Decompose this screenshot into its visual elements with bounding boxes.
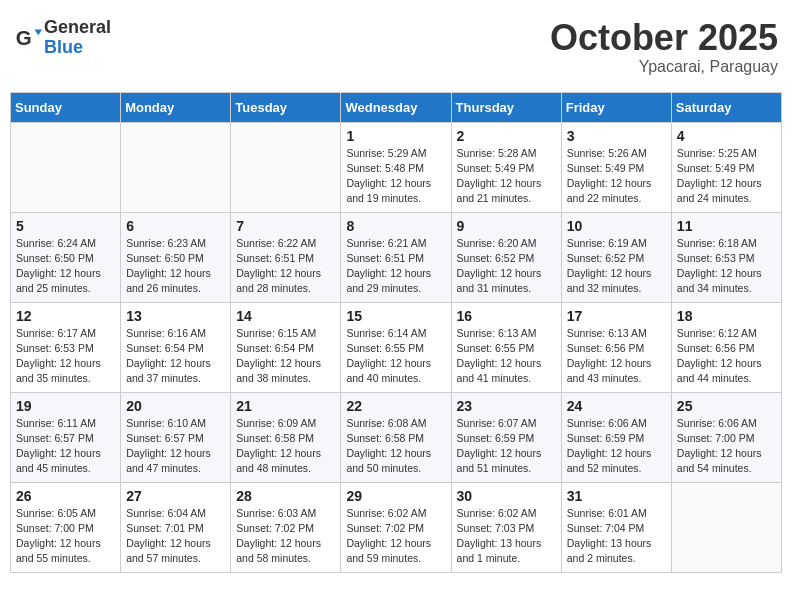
day-info: Sunrise: 6:22 AM Sunset: 6:51 PM Dayligh… <box>236 236 335 297</box>
weekday-header-sunday: Sunday <box>11 92 121 122</box>
day-number: 12 <box>16 308 115 324</box>
calendar-cell: 5Sunrise: 6:24 AM Sunset: 6:50 PM Daylig… <box>11 212 121 302</box>
calendar-cell: 15Sunrise: 6:14 AM Sunset: 6:55 PM Dayli… <box>341 302 451 392</box>
calendar-cell: 19Sunrise: 6:11 AM Sunset: 6:57 PM Dayli… <box>11 392 121 482</box>
page-header: G General Blue October 2025 Ypacarai, Pa… <box>10 10 782 84</box>
day-number: 15 <box>346 308 445 324</box>
day-number: 23 <box>457 398 556 414</box>
day-number: 30 <box>457 488 556 504</box>
day-number: 11 <box>677 218 776 234</box>
day-number: 28 <box>236 488 335 504</box>
month-title: October 2025 <box>550 18 778 58</box>
day-info: Sunrise: 6:20 AM Sunset: 6:52 PM Dayligh… <box>457 236 556 297</box>
calendar-cell: 4Sunrise: 5:25 AM Sunset: 5:49 PM Daylig… <box>671 122 781 212</box>
calendar-cell <box>121 122 231 212</box>
calendar-cell: 17Sunrise: 6:13 AM Sunset: 6:56 PM Dayli… <box>561 302 671 392</box>
day-number: 6 <box>126 218 225 234</box>
calendar-cell: 7Sunrise: 6:22 AM Sunset: 6:51 PM Daylig… <box>231 212 341 302</box>
day-number: 27 <box>126 488 225 504</box>
day-info: Sunrise: 5:26 AM Sunset: 5:49 PM Dayligh… <box>567 146 666 207</box>
calendar-cell: 29Sunrise: 6:02 AM Sunset: 7:02 PM Dayli… <box>341 482 451 572</box>
day-number: 2 <box>457 128 556 144</box>
day-info: Sunrise: 6:06 AM Sunset: 7:00 PM Dayligh… <box>677 416 776 477</box>
calendar-cell: 23Sunrise: 6:07 AM Sunset: 6:59 PM Dayli… <box>451 392 561 482</box>
weekday-header-row: SundayMondayTuesdayWednesdayThursdayFrid… <box>11 92 782 122</box>
day-number: 29 <box>346 488 445 504</box>
day-number: 7 <box>236 218 335 234</box>
day-number: 3 <box>567 128 666 144</box>
day-info: Sunrise: 6:16 AM Sunset: 6:54 PM Dayligh… <box>126 326 225 387</box>
calendar-table: SundayMondayTuesdayWednesdayThursdayFrid… <box>10 92 782 573</box>
day-number: 5 <box>16 218 115 234</box>
day-info: Sunrise: 6:11 AM Sunset: 6:57 PM Dayligh… <box>16 416 115 477</box>
calendar-cell: 27Sunrise: 6:04 AM Sunset: 7:01 PM Dayli… <box>121 482 231 572</box>
weekday-header-friday: Friday <box>561 92 671 122</box>
day-info: Sunrise: 6:08 AM Sunset: 6:58 PM Dayligh… <box>346 416 445 477</box>
day-info: Sunrise: 6:15 AM Sunset: 6:54 PM Dayligh… <box>236 326 335 387</box>
week-row-0: 1Sunrise: 5:29 AM Sunset: 5:48 PM Daylig… <box>11 122 782 212</box>
day-number: 9 <box>457 218 556 234</box>
day-info: Sunrise: 6:12 AM Sunset: 6:56 PM Dayligh… <box>677 326 776 387</box>
weekday-header-tuesday: Tuesday <box>231 92 341 122</box>
calendar-cell: 14Sunrise: 6:15 AM Sunset: 6:54 PM Dayli… <box>231 302 341 392</box>
day-info: Sunrise: 6:06 AM Sunset: 6:59 PM Dayligh… <box>567 416 666 477</box>
day-info: Sunrise: 6:14 AM Sunset: 6:55 PM Dayligh… <box>346 326 445 387</box>
day-number: 21 <box>236 398 335 414</box>
day-number: 16 <box>457 308 556 324</box>
day-number: 25 <box>677 398 776 414</box>
svg-text:G: G <box>16 25 32 48</box>
calendar-cell: 20Sunrise: 6:10 AM Sunset: 6:57 PM Dayli… <box>121 392 231 482</box>
week-row-3: 19Sunrise: 6:11 AM Sunset: 6:57 PM Dayli… <box>11 392 782 482</box>
day-info: Sunrise: 5:25 AM Sunset: 5:49 PM Dayligh… <box>677 146 776 207</box>
day-info: Sunrise: 6:21 AM Sunset: 6:51 PM Dayligh… <box>346 236 445 297</box>
day-info: Sunrise: 6:10 AM Sunset: 6:57 PM Dayligh… <box>126 416 225 477</box>
day-info: Sunrise: 6:19 AM Sunset: 6:52 PM Dayligh… <box>567 236 666 297</box>
logo-text-general: General <box>44 17 111 37</box>
day-number: 18 <box>677 308 776 324</box>
day-number: 20 <box>126 398 225 414</box>
day-number: 13 <box>126 308 225 324</box>
calendar-cell <box>231 122 341 212</box>
week-row-2: 12Sunrise: 6:17 AM Sunset: 6:53 PM Dayli… <box>11 302 782 392</box>
day-info: Sunrise: 5:29 AM Sunset: 5:48 PM Dayligh… <box>346 146 445 207</box>
calendar-cell: 13Sunrise: 6:16 AM Sunset: 6:54 PM Dayli… <box>121 302 231 392</box>
calendar-cell: 16Sunrise: 6:13 AM Sunset: 6:55 PM Dayli… <box>451 302 561 392</box>
calendar-cell <box>11 122 121 212</box>
day-number: 22 <box>346 398 445 414</box>
day-number: 4 <box>677 128 776 144</box>
day-number: 31 <box>567 488 666 504</box>
calendar-cell: 31Sunrise: 6:01 AM Sunset: 7:04 PM Dayli… <box>561 482 671 572</box>
day-info: Sunrise: 6:01 AM Sunset: 7:04 PM Dayligh… <box>567 506 666 567</box>
day-number: 24 <box>567 398 666 414</box>
day-info: Sunrise: 6:13 AM Sunset: 6:55 PM Dayligh… <box>457 326 556 387</box>
day-info: Sunrise: 6:13 AM Sunset: 6:56 PM Dayligh… <box>567 326 666 387</box>
weekday-header-wednesday: Wednesday <box>341 92 451 122</box>
day-number: 17 <box>567 308 666 324</box>
calendar-cell: 8Sunrise: 6:21 AM Sunset: 6:51 PM Daylig… <box>341 212 451 302</box>
calendar-cell: 25Sunrise: 6:06 AM Sunset: 7:00 PM Dayli… <box>671 392 781 482</box>
weekday-header-saturday: Saturday <box>671 92 781 122</box>
day-number: 10 <box>567 218 666 234</box>
day-info: Sunrise: 6:17 AM Sunset: 6:53 PM Dayligh… <box>16 326 115 387</box>
logo-icon: G <box>14 24 42 52</box>
weekday-header-monday: Monday <box>121 92 231 122</box>
week-row-4: 26Sunrise: 6:05 AM Sunset: 7:00 PM Dayli… <box>11 482 782 572</box>
calendar-cell: 1Sunrise: 5:29 AM Sunset: 5:48 PM Daylig… <box>341 122 451 212</box>
calendar-cell: 22Sunrise: 6:08 AM Sunset: 6:58 PM Dayli… <box>341 392 451 482</box>
calendar-cell: 11Sunrise: 6:18 AM Sunset: 6:53 PM Dayli… <box>671 212 781 302</box>
calendar-cell: 9Sunrise: 6:20 AM Sunset: 6:52 PM Daylig… <box>451 212 561 302</box>
calendar-cell: 18Sunrise: 6:12 AM Sunset: 6:56 PM Dayli… <box>671 302 781 392</box>
logo: G General Blue <box>14 18 111 58</box>
day-info: Sunrise: 6:05 AM Sunset: 7:00 PM Dayligh… <box>16 506 115 567</box>
day-number: 26 <box>16 488 115 504</box>
day-info: Sunrise: 6:02 AM Sunset: 7:03 PM Dayligh… <box>457 506 556 567</box>
calendar-cell <box>671 482 781 572</box>
calendar-title-block: October 2025 Ypacarai, Paraguay <box>550 18 778 76</box>
calendar-cell: 21Sunrise: 6:09 AM Sunset: 6:58 PM Dayli… <box>231 392 341 482</box>
calendar-cell: 28Sunrise: 6:03 AM Sunset: 7:02 PM Dayli… <box>231 482 341 572</box>
day-info: Sunrise: 6:07 AM Sunset: 6:59 PM Dayligh… <box>457 416 556 477</box>
calendar-cell: 12Sunrise: 6:17 AM Sunset: 6:53 PM Dayli… <box>11 302 121 392</box>
day-info: Sunrise: 6:03 AM Sunset: 7:02 PM Dayligh… <box>236 506 335 567</box>
location-subtitle: Ypacarai, Paraguay <box>550 58 778 76</box>
week-row-1: 5Sunrise: 6:24 AM Sunset: 6:50 PM Daylig… <box>11 212 782 302</box>
